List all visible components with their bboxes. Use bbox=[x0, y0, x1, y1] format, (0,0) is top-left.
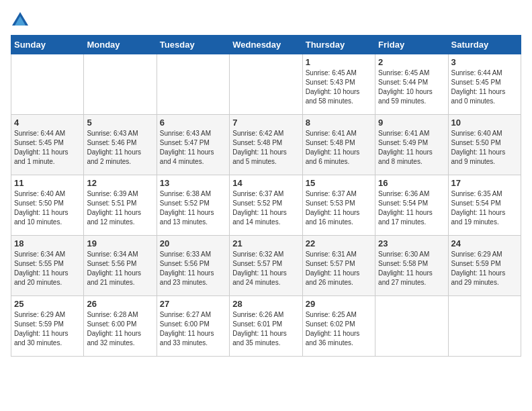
calendar-cell: 14Sunrise: 6:37 AM Sunset: 5:52 PM Dayli… bbox=[230, 175, 302, 236]
day-info: Sunrise: 6:29 AM Sunset: 5:59 PM Dayligh… bbox=[14, 310, 81, 348]
day-info: Sunrise: 6:41 AM Sunset: 5:48 PM Dayligh… bbox=[306, 129, 372, 167]
day-info: Sunrise: 6:32 AM Sunset: 5:57 PM Dayligh… bbox=[232, 250, 299, 287]
day-info: Sunrise: 6:44 AM Sunset: 5:45 PM Dayligh… bbox=[451, 68, 518, 106]
day-info: Sunrise: 6:29 AM Sunset: 5:59 PM Dayligh… bbox=[451, 250, 518, 287]
calendar-cell: 22Sunrise: 6:31 AM Sunset: 5:57 PM Dayli… bbox=[302, 236, 375, 296]
day-info: Sunrise: 6:33 AM Sunset: 5:56 PM Dayligh… bbox=[160, 250, 226, 287]
day-info: Sunrise: 6:42 AM Sunset: 5:48 PM Dayligh… bbox=[232, 129, 299, 167]
calendar-cell bbox=[84, 54, 157, 115]
calendar-week-1: 1Sunrise: 6:45 AM Sunset: 5:43 PM Daylig… bbox=[11, 54, 521, 115]
calendar-cell: 16Sunrise: 6:36 AM Sunset: 5:54 PM Dayli… bbox=[375, 175, 448, 236]
calendar-cell: 26Sunrise: 6:28 AM Sunset: 6:00 PM Dayli… bbox=[84, 296, 157, 357]
day-number: 12 bbox=[87, 178, 153, 188]
day-header-friday: Friday bbox=[375, 36, 448, 54]
calendar-cell: 1Sunrise: 6:45 AM Sunset: 5:43 PM Daylig… bbox=[302, 54, 375, 115]
calendar: SundayMondayTuesdayWednesdayThursdayFrid… bbox=[11, 35, 521, 357]
day-number: 6 bbox=[160, 118, 226, 128]
calendar-cell: 18Sunrise: 6:34 AM Sunset: 5:55 PM Dayli… bbox=[11, 236, 84, 296]
calendar-cell bbox=[11, 54, 84, 115]
day-number: 5 bbox=[87, 118, 153, 128]
day-number: 15 bbox=[306, 178, 372, 188]
day-info: Sunrise: 6:37 AM Sunset: 5:53 PM Dayligh… bbox=[306, 189, 372, 227]
day-number: 1 bbox=[306, 57, 372, 67]
calendar-cell: 10Sunrise: 6:40 AM Sunset: 5:50 PM Dayli… bbox=[448, 115, 521, 175]
calendar-header-row: SundayMondayTuesdayWednesdayThursdayFrid… bbox=[11, 36, 521, 54]
day-number: 19 bbox=[87, 238, 153, 248]
day-number: 13 bbox=[160, 178, 226, 188]
day-info: Sunrise: 6:35 AM Sunset: 5:54 PM Dayligh… bbox=[451, 189, 518, 227]
logo-icon bbox=[11, 11, 30, 30]
day-number: 21 bbox=[232, 238, 299, 248]
day-number: 2 bbox=[378, 57, 445, 67]
day-header-sunday: Sunday bbox=[11, 36, 84, 54]
calendar-week-5: 25Sunrise: 6:29 AM Sunset: 5:59 PM Dayli… bbox=[11, 296, 521, 357]
calendar-cell: 2Sunrise: 6:45 AM Sunset: 5:44 PM Daylig… bbox=[375, 54, 448, 115]
calendar-cell: 13Sunrise: 6:38 AM Sunset: 5:52 PM Dayli… bbox=[157, 175, 229, 236]
day-number: 17 bbox=[451, 178, 518, 188]
calendar-cell: 15Sunrise: 6:37 AM Sunset: 5:53 PM Dayli… bbox=[302, 175, 375, 236]
day-number: 16 bbox=[378, 178, 445, 188]
day-header-thursday: Thursday bbox=[302, 36, 375, 54]
day-info: Sunrise: 6:41 AM Sunset: 5:49 PM Dayligh… bbox=[378, 129, 445, 167]
day-number: 20 bbox=[160, 238, 226, 248]
day-number: 11 bbox=[14, 178, 81, 188]
day-number: 22 bbox=[306, 238, 372, 248]
day-info: Sunrise: 6:43 AM Sunset: 5:47 PM Dayligh… bbox=[160, 129, 226, 167]
day-header-tuesday: Tuesday bbox=[157, 36, 229, 54]
day-number: 28 bbox=[232, 299, 299, 309]
day-number: 9 bbox=[378, 118, 445, 128]
calendar-cell: 9Sunrise: 6:41 AM Sunset: 5:49 PM Daylig… bbox=[375, 115, 448, 175]
calendar-week-4: 18Sunrise: 6:34 AM Sunset: 5:55 PM Dayli… bbox=[11, 236, 521, 296]
day-info: Sunrise: 6:30 AM Sunset: 5:58 PM Dayligh… bbox=[378, 250, 445, 287]
calendar-cell: 21Sunrise: 6:32 AM Sunset: 5:57 PM Dayli… bbox=[230, 236, 302, 296]
calendar-cell: 5Sunrise: 6:43 AM Sunset: 5:46 PM Daylig… bbox=[84, 115, 157, 175]
calendar-cell: 4Sunrise: 6:44 AM Sunset: 5:45 PM Daylig… bbox=[11, 115, 84, 175]
day-number: 7 bbox=[232, 118, 299, 128]
calendar-cell: 29Sunrise: 6:25 AM Sunset: 6:02 PM Dayli… bbox=[302, 296, 375, 357]
calendar-cell bbox=[448, 296, 521, 357]
calendar-week-2: 4Sunrise: 6:44 AM Sunset: 5:45 PM Daylig… bbox=[11, 115, 521, 175]
calendar-cell: 3Sunrise: 6:44 AM Sunset: 5:45 PM Daylig… bbox=[448, 54, 521, 115]
calendar-cell: 17Sunrise: 6:35 AM Sunset: 5:54 PM Dayli… bbox=[448, 175, 521, 236]
calendar-cell: 8Sunrise: 6:41 AM Sunset: 5:48 PM Daylig… bbox=[302, 115, 375, 175]
day-number: 26 bbox=[87, 299, 153, 309]
logo bbox=[11, 11, 32, 30]
day-info: Sunrise: 6:25 AM Sunset: 6:02 PM Dayligh… bbox=[306, 310, 372, 348]
calendar-cell: 12Sunrise: 6:39 AM Sunset: 5:51 PM Dayli… bbox=[84, 175, 157, 236]
day-number: 10 bbox=[451, 118, 518, 128]
day-info: Sunrise: 6:40 AM Sunset: 5:50 PM Dayligh… bbox=[14, 189, 81, 227]
day-info: Sunrise: 6:37 AM Sunset: 5:52 PM Dayligh… bbox=[232, 189, 299, 227]
day-info: Sunrise: 6:39 AM Sunset: 5:51 PM Dayligh… bbox=[87, 189, 153, 227]
day-info: Sunrise: 6:34 AM Sunset: 5:55 PM Dayligh… bbox=[14, 250, 81, 287]
calendar-cell: 19Sunrise: 6:34 AM Sunset: 5:56 PM Dayli… bbox=[84, 236, 157, 296]
day-number: 4 bbox=[14, 118, 81, 128]
calendar-cell: 27Sunrise: 6:27 AM Sunset: 6:00 PM Dayli… bbox=[157, 296, 229, 357]
day-info: Sunrise: 6:34 AM Sunset: 5:56 PM Dayligh… bbox=[87, 250, 153, 287]
calendar-cell: 23Sunrise: 6:30 AM Sunset: 5:58 PM Dayli… bbox=[375, 236, 448, 296]
day-number: 24 bbox=[451, 238, 518, 248]
day-header-saturday: Saturday bbox=[448, 36, 521, 54]
day-number: 14 bbox=[232, 178, 299, 188]
day-info: Sunrise: 6:45 AM Sunset: 5:44 PM Dayligh… bbox=[378, 68, 445, 106]
day-info: Sunrise: 6:31 AM Sunset: 5:57 PM Dayligh… bbox=[306, 250, 372, 287]
calendar-cell bbox=[157, 54, 229, 115]
day-info: Sunrise: 6:28 AM Sunset: 6:00 PM Dayligh… bbox=[87, 310, 153, 348]
day-number: 29 bbox=[306, 299, 372, 309]
calendar-cell: 6Sunrise: 6:43 AM Sunset: 5:47 PM Daylig… bbox=[157, 115, 229, 175]
calendar-cell: 24Sunrise: 6:29 AM Sunset: 5:59 PM Dayli… bbox=[448, 236, 521, 296]
day-header-monday: Monday bbox=[84, 36, 157, 54]
day-number: 23 bbox=[378, 238, 445, 248]
calendar-cell: 28Sunrise: 6:26 AM Sunset: 6:01 PM Dayli… bbox=[230, 296, 302, 357]
day-info: Sunrise: 6:26 AM Sunset: 6:01 PM Dayligh… bbox=[232, 310, 299, 348]
day-header-wednesday: Wednesday bbox=[230, 36, 302, 54]
day-info: Sunrise: 6:45 AM Sunset: 5:43 PM Dayligh… bbox=[306, 68, 372, 106]
day-number: 27 bbox=[160, 299, 226, 309]
day-info: Sunrise: 6:43 AM Sunset: 5:46 PM Dayligh… bbox=[87, 129, 153, 167]
day-info: Sunrise: 6:40 AM Sunset: 5:50 PM Dayligh… bbox=[451, 129, 518, 167]
calendar-cell: 7Sunrise: 6:42 AM Sunset: 5:48 PM Daylig… bbox=[230, 115, 302, 175]
calendar-cell: 11Sunrise: 6:40 AM Sunset: 5:50 PM Dayli… bbox=[11, 175, 84, 236]
day-info: Sunrise: 6:27 AM Sunset: 6:00 PM Dayligh… bbox=[160, 310, 226, 348]
day-number: 25 bbox=[14, 299, 81, 309]
day-number: 8 bbox=[306, 118, 372, 128]
day-number: 18 bbox=[14, 238, 81, 248]
